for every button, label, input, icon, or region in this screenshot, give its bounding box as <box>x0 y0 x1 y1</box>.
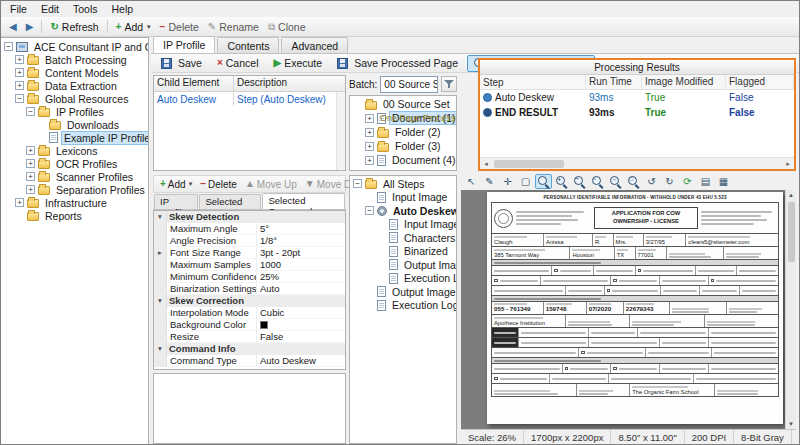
tree-item-input-image[interactable]: Input Image <box>350 218 456 232</box>
clone-button[interactable]: ⧉ Clone <box>264 19 310 35</box>
column-header-child-element[interactable]: Child Element <box>154 76 234 91</box>
tree-item-execution-log[interactable]: Execution Log <box>350 299 456 313</box>
tree-item-infrastructure[interactable]: +Infrastructure <box>1 196 148 209</box>
property-value[interactable]: 1/8° <box>257 235 345 247</box>
tree-item-content-models[interactable]: +Content Models <box>1 66 148 79</box>
child-grid-scrollbar[interactable] <box>336 92 345 170</box>
property-row-interpolation-mode[interactable]: Interpolation ModeCubic <box>154 307 345 319</box>
tree-item-data-extraction[interactable]: +Data Extraction <box>1 79 148 92</box>
column-header-flagged[interactable]: Flagged <box>726 75 794 89</box>
forward-button[interactable]: ▶ <box>22 20 38 34</box>
expander-icon[interactable]: + <box>26 172 35 181</box>
scroll-down-icon[interactable]: ▼ <box>788 419 794 429</box>
tab-selected-command[interactable]: Selected Command <box>262 193 345 209</box>
tree-item-ip-profiles[interactable]: −IP Profiles <box>1 105 148 118</box>
scroll-left-icon[interactable]: ◂ <box>480 160 492 168</box>
property-row-background-color[interactable]: Background Color <box>154 319 345 331</box>
delete-step-button[interactable]: − Delete <box>197 178 240 191</box>
back-button[interactable]: ◀ <box>5 20 21 34</box>
menu-help[interactable]: Help <box>105 2 141 16</box>
tab-ip-profile-detail[interactable]: IP Profile <box>154 194 198 209</box>
image-viewer[interactable]: PERSONALLY IDENTIFIABLE INFORMATION - WI… <box>461 190 796 429</box>
magnifier-button[interactable] <box>535 174 552 189</box>
tree-item-batch-processing[interactable]: +Batch Processing <box>1 53 148 66</box>
property-value[interactable]: False <box>257 331 345 343</box>
expander-icon[interactable]: − <box>365 206 374 215</box>
property-value[interactable]: Auto <box>257 283 345 295</box>
property-value[interactable]: 3pt - 20pt <box>257 247 345 259</box>
result-row-auto-deskew[interactable]: Auto Deskew 93ms True False <box>480 90 794 105</box>
property-row-binarization-settings[interactable]: Binarization SettingsAuto <box>154 283 345 295</box>
tree-item-ocr-profiles[interactable]: +OCR Profiles <box>1 157 148 170</box>
menu-tools[interactable]: Tools <box>66 2 105 16</box>
fit-width-button[interactable]: ↔ <box>607 174 624 189</box>
tree-item-output-image[interactable]: Output Image <box>350 285 456 299</box>
expander-icon[interactable]: − <box>26 107 35 116</box>
viewer-vertical-scrollbar[interactable]: ▲ ▼ <box>785 190 796 429</box>
property-row-command-type[interactable]: Command TypeAuto Deskew <box>154 355 345 367</box>
property-row-resize[interactable]: ResizeFalse <box>154 331 345 343</box>
save-processed-page-button[interactable]: Save Processed Page <box>331 55 464 71</box>
tree-item-input-image[interactable]: Input Image <box>350 191 456 205</box>
rotate-left-button[interactable]: ↺ <box>643 174 660 189</box>
grid-settings-button[interactable]: ▦ <box>715 174 732 189</box>
property-value[interactable]: 25% <box>257 271 345 283</box>
tree-item-00-source-set[interactable]: 00 Source Set <box>350 97 456 111</box>
tree-item-scanner-profiles[interactable]: +Scanner Profiles <box>1 170 148 183</box>
add-button[interactable]: + Add ▾ <box>112 19 155 35</box>
property-category-skew-detection[interactable]: ▾Skew Detection <box>154 211 345 223</box>
expander-icon[interactable]: + <box>365 128 374 137</box>
property-row-maximum-samples[interactable]: Maximum Samples1000 <box>154 259 345 271</box>
tree-item-document-1[interactable]: +Document (1)One Page Processing.tiff do… <box>350 111 456 125</box>
cancel-button[interactable]: × Cancel <box>211 55 265 71</box>
refresh-view-button[interactable]: ⟳ <box>679 174 696 189</box>
zoom-out-button[interactable]: − <box>571 174 588 189</box>
expander-icon[interactable]: + <box>26 159 35 168</box>
tab-advanced[interactable]: Advanced <box>281 37 348 53</box>
tree-item-downloads[interactable]: Downloads <box>1 118 148 131</box>
property-category-skew-correction[interactable]: ▾Skew Correction <box>154 295 345 307</box>
batch-filter-button[interactable] <box>441 76 457 92</box>
expander-icon[interactable]: + <box>15 55 24 64</box>
scroll-right-icon[interactable]: ▸ <box>782 160 794 168</box>
expander-icon[interactable]: + <box>26 185 35 194</box>
add-step-button[interactable]: + Add ▾ <box>157 178 195 191</box>
refresh-button[interactable]: ↻ Refresh <box>46 19 102 35</box>
zoom-region-button[interactable]: ▫ <box>589 174 606 189</box>
tree-item-folder-3[interactable]: +Folder (3) <box>350 139 456 153</box>
expander-icon[interactable]: + <box>15 81 24 90</box>
menu-file[interactable]: File <box>3 2 34 16</box>
expander-icon[interactable]: − <box>353 179 362 188</box>
tree-item-characters[interactable]: Characters <box>350 231 456 245</box>
pointer-button[interactable]: ↖ <box>463 174 480 189</box>
property-row-maximum-angle[interactable]: Maximum Angle5° <box>154 223 345 235</box>
expand-icon[interactable]: ▸ <box>154 247 167 259</box>
tree-item-lexicons[interactable]: +Lexicons <box>1 144 148 157</box>
tree-item-all-steps[interactable]: −All Steps <box>350 177 456 191</box>
scrollbar-thumb[interactable] <box>494 160 564 168</box>
tab-contents[interactable]: Contents <box>217 37 279 53</box>
property-value[interactable]: 1000 <box>257 259 345 271</box>
result-row-end-result[interactable]: END RESULT 93ms True False <box>480 105 794 120</box>
tree-item-execution-log[interactable]: Execution Log <box>350 272 456 286</box>
property-value[interactable]: 5° <box>257 223 345 235</box>
expander-icon[interactable]: + <box>365 156 374 165</box>
expander-icon[interactable]: − <box>4 42 13 51</box>
execute-button[interactable]: ▶ Execute <box>267 55 328 71</box>
menu-edit[interactable]: Edit <box>34 2 66 16</box>
column-header-run-time[interactable]: Run Time <box>586 75 642 89</box>
tree-item-output-image[interactable]: Output Image <box>350 258 456 272</box>
property-row-font-size-range[interactable]: ▸Font Size Range3pt - 20pt <box>154 247 345 259</box>
tree-item-global-resources[interactable]: −Global Resources <box>1 92 148 105</box>
tab-ip-profile[interactable]: IP Profile <box>153 36 215 53</box>
save-button[interactable]: Save <box>155 55 208 71</box>
rename-button[interactable]: ✎ Rename <box>204 19 263 35</box>
results-horizontal-scrollbar[interactable]: ◂ ▸ <box>480 157 794 169</box>
tree-item-document-4[interactable]: +Document (4) <box>350 153 456 167</box>
region-select-button[interactable]: ▢ <box>517 174 534 189</box>
column-header-step[interactable]: Step <box>480 75 586 89</box>
expander-icon[interactable]: + <box>15 198 24 207</box>
tree-item-example-ip-profile[interactable]: Example IP Profile <box>1 131 148 144</box>
pan-button[interactable]: ✛ <box>499 174 516 189</box>
expander-icon[interactable]: + <box>26 146 35 155</box>
